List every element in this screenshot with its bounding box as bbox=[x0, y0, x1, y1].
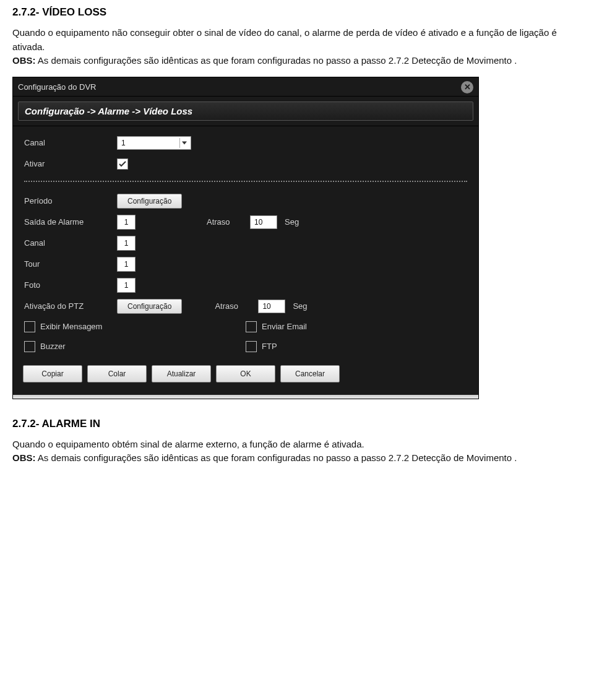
copiar-button[interactable]: Copiar bbox=[23, 365, 82, 382]
ptz-config-button[interactable]: Configuração bbox=[117, 299, 182, 314]
section-title-video-loss: 2.7.2- VÍDEO LOSS bbox=[12, 6, 582, 19]
separator bbox=[24, 181, 467, 182]
window-bottom-border bbox=[13, 395, 478, 399]
saida-alarme-value[interactable]: 1 bbox=[117, 215, 136, 230]
exibir-mensagem-label: Exibir Mensagem bbox=[40, 322, 102, 331]
ativar-checkbox[interactable] bbox=[117, 158, 128, 170]
seg-unit-2: Seg bbox=[293, 301, 307, 311]
enviar-email-label: Enviar Email bbox=[262, 322, 307, 331]
section-title-alarme-in: 2.7.2- ALARME IN bbox=[12, 418, 582, 430]
paragraph: Quando o equipamento obtém sinal de alar… bbox=[12, 438, 582, 452]
paragraph: Quando o equipamento não conseguir obter… bbox=[12, 26, 582, 54]
paragraph: OBS: As demais configurações são idêntic… bbox=[12, 451, 582, 465]
canal-label: Canal bbox=[24, 138, 117, 147]
atualizar-button[interactable]: Atualizar bbox=[152, 365, 211, 382]
canal-rec-label: Canal bbox=[24, 238, 117, 248]
window-title: Configuração do DVR bbox=[18, 82, 96, 92]
dvr-config-window: Configuração do DVR ✕ Configuração -> Al… bbox=[12, 77, 479, 399]
cancelar-button[interactable]: Cancelar bbox=[280, 365, 340, 382]
ftp-label: FTP bbox=[262, 342, 277, 351]
canal-rec-value[interactable]: 1 bbox=[117, 236, 136, 251]
close-icon: ✕ bbox=[464, 83, 471, 91]
close-button[interactable]: ✕ bbox=[461, 81, 473, 93]
atraso-input-2[interactable] bbox=[258, 300, 285, 313]
saida-alarme-label: Saída de Alarme bbox=[24, 217, 117, 227]
buzzer-checkbox[interactable] bbox=[24, 341, 35, 352]
atraso-label-2: Atraso bbox=[215, 301, 258, 311]
breadcrumb: Configuração -> Alarme -> Vídeo Loss bbox=[18, 102, 473, 121]
chevron-down-icon bbox=[179, 138, 189, 148]
atraso-input-1[interactable] bbox=[250, 215, 277, 229]
exibir-mensagem-checkbox[interactable] bbox=[24, 321, 35, 332]
seg-unit: Seg bbox=[285, 217, 299, 227]
paragraph: OBS: As demais configurações são idêntic… bbox=[12, 54, 582, 68]
ativar-label: Ativar bbox=[24, 159, 117, 168]
ftp-checkbox[interactable] bbox=[246, 341, 257, 352]
buzzer-label: Buzzer bbox=[40, 342, 65, 351]
periodo-config-button[interactable]: Configuração bbox=[117, 194, 182, 209]
colar-button[interactable]: Colar bbox=[87, 365, 147, 382]
atraso-label: Atraso bbox=[207, 217, 250, 227]
ok-button[interactable]: OK bbox=[216, 365, 275, 382]
ptz-label: Ativação do PTZ bbox=[24, 301, 117, 311]
periodo-label: Período bbox=[24, 196, 117, 205]
tour-value[interactable]: 1 bbox=[117, 257, 136, 272]
foto-value[interactable]: 1 bbox=[117, 278, 136, 293]
foto-label: Foto bbox=[24, 280, 117, 290]
enviar-email-checkbox[interactable] bbox=[246, 321, 257, 332]
tour-label: Tour bbox=[24, 259, 117, 269]
canal-select[interactable]: 1 bbox=[117, 136, 191, 150]
